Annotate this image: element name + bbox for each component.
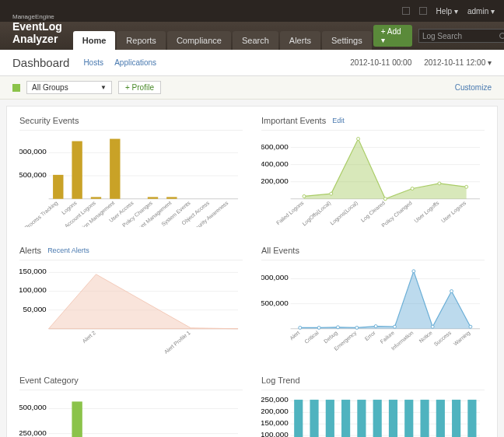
svg-text:1,000,000: 1,000,000 [19,147,47,156]
chart-important[interactable]: 200,000400,000600,000Failed LogonsLogOff… [261,134,485,227]
svg-rect-6 [72,142,82,199]
content: Security Events500,0001,000,000Process T… [6,106,498,437]
panel-security: Security Events500,0001,000,000Process T… [19,111,243,227]
svg-point-37 [438,182,441,185]
link-applications[interactable]: Applications [114,58,156,67]
svg-text:Alert: Alert [289,330,300,341]
search-input[interactable]: Log Search [418,29,504,43]
svg-text:150,000: 150,000 [261,418,289,427]
panel-title: Security Events [19,111,243,131]
panel-link-edit[interactable]: Edit [332,117,345,124]
chart-alerts[interactable]: 50,000100,000150,000Alert 2Alert Profile… [19,264,243,357]
svg-text:500,000: 500,000 [261,299,289,307]
nav-tabs: HomeReportsComplianceSearchAlertsSetting… [73,22,373,50]
svg-point-61 [317,326,320,329]
brand-big: EventLog Analyzer [12,20,62,45]
svg-point-64 [374,325,377,328]
tab-home[interactable]: Home [73,31,116,50]
flag-icon [12,84,20,92]
panel-title-text: All Events [261,246,299,255]
group-select[interactable]: All Groups▼ [26,81,112,94]
svg-text:Alert Profile 1: Alert Profile 1 [163,330,191,355]
panel-link-link[interactable]: Recent Alerts [47,246,89,254]
tab-reports[interactable]: Reports [117,31,166,50]
tab-alerts[interactable]: Alerts [280,31,320,50]
chart-allevents[interactable]: 500,0001,000,000AlertCriticalDebugEmerge… [261,264,485,357]
topbar: Help ▾ admin ▾ [0,0,504,22]
page-title: Dashboard [12,56,69,69]
tab-compliance[interactable]: Compliance [167,31,231,50]
svg-text:400,000: 400,000 [261,159,289,168]
svg-point-36 [411,187,414,191]
help-link[interactable]: Help ▾ [436,7,458,16]
svg-text:Success: Success [433,330,453,347]
svg-text:250,000: 250,000 [261,396,289,404]
svg-text:Warning: Warning [453,330,472,348]
svg-text:Logons(Local): Logons(Local) [329,200,359,226]
svg-text:1,000,000: 1,000,000 [261,273,289,281]
panel-alerts: AlertsRecent Alerts50,000100,000150,000A… [19,241,243,357]
window-icon [402,7,410,15]
svg-rect-124 [420,400,429,437]
svg-text:50,000: 50,000 [23,305,47,313]
svg-point-65 [394,325,397,328]
tab-search[interactable]: Search [233,31,278,50]
subheader: Dashboard Hosts Applications 2012-10-11 … [0,50,504,76]
date-range[interactable]: 2012-10-11 00:00 2012-10-11 12:00 ▾ [350,58,492,67]
svg-rect-7 [91,197,101,198]
link-hosts[interactable]: Hosts [83,58,103,67]
chart-security[interactable]: 500,0001,000,000Process TrackingLogonsAc… [19,134,243,227]
svg-rect-117 [310,400,318,437]
svg-text:Failure: Failure [379,330,395,344]
panel-trend: Log Trend50,000100,000150,000200,000250,… [261,371,485,437]
panel-title-text: Security Events [19,116,79,125]
search-placeholder: Log Search [422,32,462,40]
filter-bar: All Groups▼ + Profile Customize [0,76,504,100]
svg-text:Notice: Notice [418,330,433,344]
svg-text:150,000: 150,000 [19,267,47,275]
svg-text:100,000: 100,000 [19,285,47,294]
svg-point-63 [355,326,359,329]
panel-title-text: Log Trend [261,376,300,385]
svg-text:100,000: 100,000 [261,430,289,437]
date-from: 2012-10-11 00:00 [350,58,411,67]
customize-link[interactable]: Customize [455,83,492,92]
panel-title: Important EventsEdit [261,111,485,131]
svg-text:500,000: 500,000 [19,403,47,411]
svg-point-35 [383,198,387,201]
svg-text:Process Tracking: Process Tracking [23,200,59,227]
svg-text:500,000: 500,000 [19,170,47,179]
add-button[interactable]: + Add ▾ [373,25,412,47]
subheader-links: Hosts Applications [83,58,166,67]
date-to: 2012-10-11 12:00 ▾ [424,58,492,67]
svg-rect-127 [467,400,476,437]
svg-text:Log Cleared: Log Cleared [360,200,387,223]
svg-rect-10 [148,197,158,198]
svg-point-66 [412,270,415,273]
svg-rect-121 [373,400,382,437]
svg-point-62 [336,326,339,329]
search-icon [499,33,504,39]
tab-settings[interactable]: Settings [322,31,372,50]
chart-category[interactable]: 250,000500,000ApplicationAuditBackWrksCr… [19,393,243,437]
brand: ManageEngine EventLog Analyzer [9,13,73,50]
panel-title: Event Category [19,371,243,390]
svg-rect-5 [53,175,63,199]
svg-rect-8 [110,139,120,199]
svg-text:Critical: Critical [303,330,320,344]
svg-text:User Logons: User Logons [440,200,468,225]
panel-important: Important EventsEdit200,000400,000600,00… [261,111,485,227]
svg-rect-119 [341,400,350,437]
panel-title-text: Important Events [261,116,326,125]
svg-text:Error: Error [364,330,377,342]
svg-text:Debug: Debug [323,330,339,344]
svg-point-33 [330,192,333,195]
admin-link[interactable]: admin ▾ [467,7,495,16]
chart-trend[interactable]: 50,000100,000150,000200,000250,000010203… [261,393,485,437]
navbar: ManageEngine EventLog Analyzer HomeRepor… [0,22,504,50]
svg-rect-123 [404,400,413,437]
svg-point-67 [431,325,434,328]
panel-title-text: Alerts [19,246,41,255]
panel-title: All Events [261,241,485,260]
profile-button[interactable]: + Profile [118,81,161,94]
